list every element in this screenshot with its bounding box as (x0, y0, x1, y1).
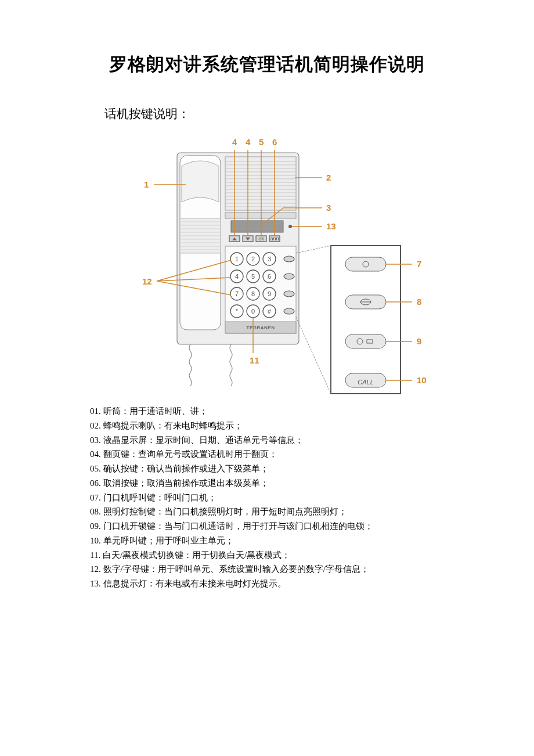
svg-rect-60 (345, 334, 386, 348)
callout-6: 6 (272, 137, 277, 147)
callout-1: 1 (144, 179, 149, 189)
desc-02: 02. 蜂鸣提示喇叭：有来电时蜂鸣提示； (90, 419, 470, 433)
desc-11: 11. 白天/黑夜模式切换键：用于切换白天/黑夜模式； (90, 548, 470, 563)
desc-10: 10. 单元呼叫键；用于呼叫业主单元； (90, 534, 470, 548)
keypad-0: 0 (251, 308, 255, 315)
svg-rect-55 (345, 257, 386, 271)
menu-ok-label: ok (258, 236, 264, 242)
diagram-subheading: 话机按键说明： (104, 106, 470, 122)
svg-point-35 (284, 256, 294, 262)
keypad-5: 5 (251, 273, 255, 280)
svg-line-54 (296, 317, 331, 394)
svg-point-19 (288, 225, 292, 228)
keypad-hash: # (268, 308, 272, 315)
callout-4a: 4 (232, 137, 237, 147)
keypad-1: 1 (235, 255, 239, 262)
svg-point-36 (284, 273, 294, 279)
keypad-9: 9 (268, 290, 271, 297)
svg-rect-17 (225, 213, 296, 218)
keypad-8: 8 (251, 290, 255, 297)
keypad-star: * (236, 308, 239, 315)
callout-3: 3 (326, 203, 331, 213)
desc-12: 12. 数字/字母键：用于呼叫单元、系统设置时输入必要的数字/字母信息； (90, 562, 470, 577)
menu-ann-label: ann (270, 236, 279, 242)
desc-06: 06. 取消按键；取消当前操作或退出本级菜单； (90, 476, 470, 491)
brand-label: TEGRANEN (247, 325, 275, 330)
desc-01: 01. 听筒：用于通话时听、讲； (90, 404, 470, 419)
device-diagram: ok ann 1 2 3 4 (64, 132, 470, 399)
svg-point-37 (284, 291, 294, 297)
desc-03: 03. 液晶显示屏：显示时间、日期、通话单元号等信息； (90, 433, 470, 448)
svg-point-38 (284, 308, 294, 314)
desc-04: 04. 翻页键：查询单元号或设置话机时用于翻页； (90, 447, 470, 462)
svg-line-53 (296, 246, 331, 253)
desc-08: 08. 照明灯控制键：当门口机接照明灯时，用于短时间点亮照明灯； (90, 505, 470, 519)
callout-13: 13 (326, 221, 336, 231)
desc-09: 09. 门口机开锁键：当与门口机通话时，用于打开与该门口机相连的电锁； (90, 519, 470, 534)
keypad-3: 3 (268, 255, 271, 262)
callout-10: 10 (417, 375, 427, 385)
desc-13: 13. 信息提示灯：有来电或有未接来电时灯光提示。 (90, 577, 470, 591)
desc-07: 07. 门口机呼叫键：呼叫门口机； (90, 491, 470, 505)
callout-4b: 4 (246, 137, 251, 147)
svg-rect-18 (231, 221, 283, 232)
side-call-label: CALL (358, 379, 374, 386)
callout-8: 8 (417, 297, 421, 307)
callout-12: 12 (142, 276, 152, 286)
description-list: 01. 听筒：用于通话时听、讲； 02. 蜂鸣提示喇叭：有来电时蜂鸣提示； 03… (64, 404, 470, 591)
keypad-6: 6 (268, 273, 271, 280)
callout-2: 2 (326, 172, 331, 182)
callout-5: 5 (259, 137, 264, 147)
keypad-2: 2 (251, 255, 255, 262)
keypad-7: 7 (235, 290, 239, 297)
page-title: 罗格朗对讲系统管理话机简明操作说明 (64, 52, 470, 77)
desc-05: 05. 确认按键：确认当前操作或进入下级菜单； (90, 462, 470, 476)
callout-11: 11 (250, 355, 259, 365)
callout-7: 7 (417, 259, 421, 269)
keypad-4: 4 (235, 273, 239, 280)
callout-9: 9 (417, 336, 421, 346)
